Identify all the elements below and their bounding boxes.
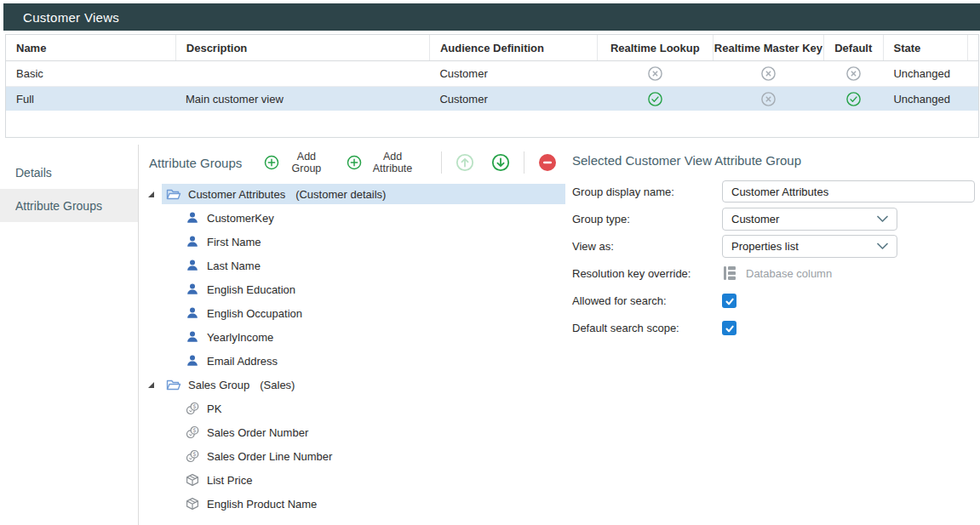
tree-attribute-first-name[interactable]: First Name [140, 230, 565, 254]
tree-item-label: CustomerKey [207, 212, 274, 225]
arrow-up-circle-icon [456, 153, 474, 172]
group-display-name-label: Group display name: [572, 180, 722, 203]
window-title-bar: Customer Views [3, 3, 980, 31]
tree-group-sales-group[interactable]: Sales Group (Sales) [140, 373, 565, 397]
column-header-description[interactable]: Description [175, 35, 429, 60]
default-search-scope-checkbox[interactable] [722, 321, 736, 335]
cell-audience: Customer [429, 87, 597, 111]
expander-icon[interactable] [146, 190, 156, 199]
person-icon [185, 235, 200, 248]
tree-item-suffix: (Customer details) [295, 188, 386, 201]
tree-item-label: English Occupation [207, 307, 302, 320]
cross-circle-icon [647, 66, 663, 82]
sidebar-item-details[interactable]: Details [0, 156, 138, 189]
cell-description [175, 61, 429, 86]
database-column-icon [722, 265, 739, 282]
tree-group-customer-attributes[interactable]: Customer Attributes (Customer details) [140, 182, 565, 206]
form-title: Selected Customer View Attribute Group [572, 153, 975, 168]
plus-circle-icon [347, 153, 362, 172]
toolbar-divider [441, 151, 442, 174]
customer-views-table: Name Description Audience Definition Rea… [5, 34, 979, 138]
cell-name: Basic [6, 61, 175, 86]
toolbar-divider [524, 151, 524, 174]
tree-item-label: Sales Group [188, 379, 249, 391]
tree-attribute-last-name[interactable]: Last Name [140, 254, 565, 277]
column-header-default[interactable]: Default [823, 35, 883, 60]
tree-attribute-sales-order-number[interactable]: Sales Order Number [140, 420, 565, 444]
tree-attribute-list-price[interactable]: List Price [140, 468, 565, 492]
cell-state: Unchanged [883, 87, 968, 111]
tree-item-label: English Education [207, 283, 295, 296]
column-header-state[interactable]: State [883, 35, 967, 60]
tree-item-label: Sales Order Number [207, 426, 308, 439]
tree-attribute-sales-order-line-number[interactable]: Sales Order Line Number [140, 444, 565, 468]
attribute-groups-tree: Customer Attributes (Customer details) C… [140, 182, 565, 516]
tree-item-label: Last Name [207, 260, 261, 272]
sidebar-item-attribute-groups[interactable]: Attribute Groups [0, 189, 138, 222]
cell-audience: Customer [429, 61, 597, 86]
column-header-realtime-lookup[interactable]: Realtime Lookup [597, 35, 713, 60]
add-attribute-button[interactable]: Add Attribute [347, 151, 418, 174]
cell-name: Full [6, 87, 175, 111]
attribute-groups-panel: Attribute Groups Add Group Add Attribute [140, 145, 565, 525]
tree-attribute-english-education[interactable]: English Education [140, 277, 565, 301]
add-attribute-label: Add Attribute [368, 151, 418, 174]
column-header-filler [967, 35, 978, 60]
attribute-groups-toolbar: Attribute Groups Add Group Add Attribute [140, 145, 565, 180]
tree-attribute-english-occupation[interactable]: English Occupation [140, 301, 565, 325]
person-icon [185, 282, 200, 296]
view-as-label: View as: [572, 235, 722, 257]
tree-attribute-customerkey[interactable]: CustomerKey [140, 206, 565, 230]
customer-views-window: Customer Views Name Description Audience… [0, 0, 980, 525]
package-icon [185, 497, 200, 511]
tree-attribute-pk[interactable]: PK [140, 397, 565, 420]
chevron-down-icon [877, 243, 888, 249]
person-icon [185, 354, 200, 368]
check-icon [725, 323, 735, 333]
allowed-for-search-checkbox[interactable] [722, 294, 736, 308]
cross-circle-icon [845, 66, 862, 82]
attribute-groups-title: Attribute Groups [149, 156, 242, 170]
allowed-for-search-label: Allowed for search: [572, 289, 722, 311]
resolution-key-override-value: Database column [746, 267, 832, 280]
add-group-button[interactable]: Add Group [264, 151, 327, 174]
tree-item-label: First Name [207, 236, 261, 248]
tree-item-label: PK [207, 402, 221, 415]
group-type-select[interactable]: Customer [722, 208, 897, 231]
resolution-key-override-label: Resolution key override: [572, 262, 722, 284]
table-row-full[interactable]: Full Main customer view Customer Unchang… [6, 86, 978, 111]
page-title: Customer Views [23, 10, 119, 25]
tree-item-suffix: (Sales) [260, 379, 295, 391]
tree-attribute-yearlyincome[interactable]: YearlyIncome [140, 325, 565, 349]
column-header-audience-definition[interactable]: Audience Definition [429, 35, 597, 60]
check-circle-icon [845, 91, 862, 107]
tree-item-label: List Price [207, 474, 252, 487]
group-type-label: Group type: [572, 208, 722, 230]
remove-button[interactable] [538, 153, 557, 172]
coins-icon [185, 402, 200, 415]
tree-attribute-email-address[interactable]: Email Address [140, 349, 565, 373]
coins-icon [185, 425, 200, 439]
cell-state: Unchanged [883, 61, 968, 86]
check-icon [725, 296, 735, 305]
cell-description: Main customer view [175, 87, 429, 111]
resolution-key-override-button[interactable]: Database column [722, 265, 832, 282]
column-header-name[interactable]: Name [6, 35, 175, 60]
expander-icon[interactable] [146, 380, 156, 390]
tree-item-label: Customer Attributes [188, 188, 285, 201]
column-header-realtime-master-key[interactable]: Realtime Master Key [713, 35, 823, 60]
table-row-basic[interactable]: Basic Customer Unchanged [6, 61, 978, 86]
tree-item-label: Email Address [207, 355, 278, 368]
tree-attribute-english-product-name[interactable]: English Product Name [140, 492, 565, 516]
cross-circle-icon [760, 66, 777, 82]
add-group-label: Add Group [285, 151, 327, 174]
group-display-name-input[interactable] [722, 180, 975, 203]
selected-attribute-group-form: Selected Customer View Attribute Group G… [572, 153, 975, 339]
move-up-button[interactable] [456, 153, 474, 172]
detail-tabs-sidebar: Details Attribute Groups [0, 145, 139, 525]
move-down-button[interactable] [491, 153, 510, 172]
default-search-scope-label: Default search scope: [572, 317, 722, 339]
package-icon [185, 473, 200, 487]
arrow-down-circle-icon [491, 153, 510, 172]
view-as-select[interactable]: Properties list [722, 235, 897, 258]
